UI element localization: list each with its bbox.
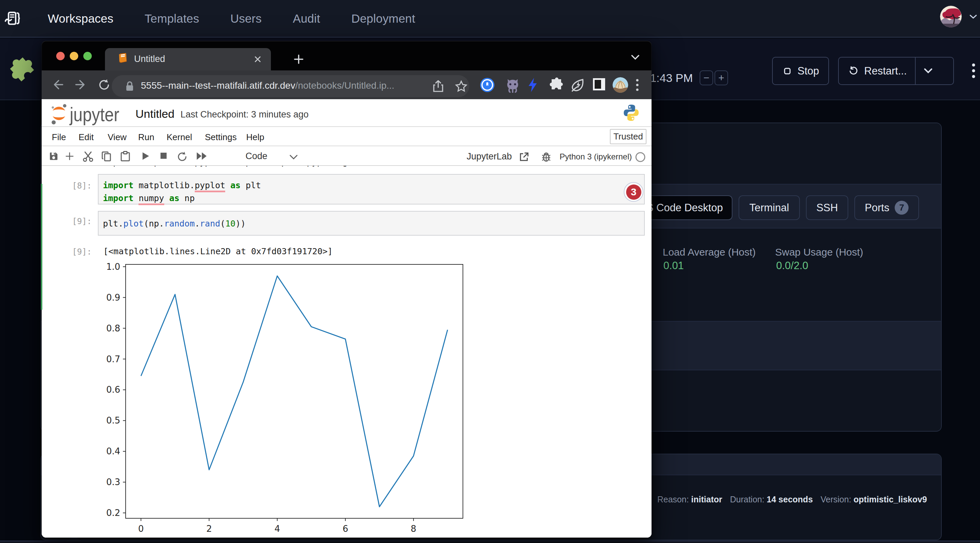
nav-item-templates[interactable]: Templates	[145, 12, 199, 25]
notebook-title[interactable]: Untitled	[135, 107, 174, 121]
jupyterlab-link[interactable]: JupyterLab	[467, 151, 512, 162]
code-token: rand	[200, 219, 220, 229]
restart-options-chevron-icon[interactable]	[923, 67, 934, 75]
ports-count-badge: 7	[895, 201, 908, 214]
extensions-puzzle-icon[interactable]	[550, 77, 564, 91]
reload-icon[interactable]	[97, 78, 111, 92]
svg-text:0.9: 0.9	[106, 292, 120, 303]
run-icon[interactable]	[140, 151, 151, 162]
clipped-code-line: import matplotlib.pyplot as plt import p…	[103, 166, 347, 168]
output-text: [<matplotlib.lines.Line2D at 0x7fd03f191…	[103, 246, 332, 256]
browser-titlebar[interactable]: Untitled	[41, 41, 652, 70]
tab-close-icon[interactable]	[253, 54, 263, 64]
cell8-code-line-2[interactable]: import numpy as np	[103, 192, 195, 205]
jupyter-logo-icon[interactable]	[51, 103, 67, 125]
paste-icon[interactable]	[119, 151, 131, 162]
copy-icon[interactable]	[101, 151, 113, 162]
notebook-scroll-area[interactable]: import matplotlib.pyplot as plt import p…	[41, 166, 652, 538]
traffic-light-zoom[interactable]	[83, 52, 92, 60]
tab-search-chevron-icon[interactable]	[630, 54, 640, 61]
url-text[interactable]: 5555--main--test--matifali.atif.cdr.dev/…	[141, 80, 395, 91]
badge-count: 3	[626, 184, 641, 200]
matplotlib-figure: 024680.20.30.40.50.60.70.80.91.0	[102, 259, 488, 538]
share-icon[interactable]	[433, 80, 444, 93]
coder-logo-icon[interactable]	[5, 11, 21, 26]
traffic-light-close[interactable]	[56, 52, 65, 60]
python-logo-icon	[623, 104, 640, 122]
puzzle-decoration-icon	[6, 54, 38, 85]
nav-item-users[interactable]: Users	[230, 12, 261, 25]
code-token: random	[164, 219, 195, 229]
load-average-value: 0.01	[663, 260, 684, 272]
user-avatar[interactable]	[940, 6, 962, 27]
restart-kernel-icon[interactable]	[177, 151, 189, 163]
code-token: as	[169, 193, 180, 203]
code-token: (	[220, 219, 225, 229]
restart-workspace-button[interactable]: Restart...	[838, 57, 954, 85]
cell-type-chevron-icon	[289, 154, 298, 160]
cell9-code-line[interactable]: plt.plot(np.random.rand(10))	[103, 218, 246, 230]
interrupt-icon[interactable]	[159, 151, 169, 161]
menu-file[interactable]: File	[52, 132, 66, 143]
ports-button[interactable]: Ports 7	[854, 195, 919, 220]
back-icon[interactable]	[51, 78, 64, 91]
avatar-chevron-down-icon[interactable]	[969, 14, 977, 20]
load-average-label: Load Average (Host)	[663, 246, 756, 258]
cell9-input[interactable]: plt.plot(np.random.rand(10))	[98, 211, 645, 236]
nav-item-deployment[interactable]: Deployment	[351, 12, 415, 25]
browser-menu-kebab-icon[interactable]	[635, 78, 640, 92]
jupyter-toolbar: Code JupyterLab Python 3 (ipykernel)	[41, 147, 652, 166]
extension-github-icon[interactable]	[505, 77, 520, 93]
bookmark-star-icon[interactable]	[455, 80, 467, 92]
browser-tab[interactable]: Untitled	[105, 48, 271, 70]
debugger-bug-icon[interactable]	[541, 151, 552, 162]
lock-icon[interactable]	[125, 81, 134, 92]
cut-icon[interactable]	[82, 151, 94, 163]
jupyter-menubar: File Edit View Run Kernel Settings Help …	[41, 128, 652, 146]
menu-help[interactable]: Help	[246, 132, 264, 143]
new-tab-icon[interactable]	[293, 54, 304, 65]
kernel-name[interactable]: Python 3 (ipykernel)	[560, 152, 632, 162]
profile-avatar[interactable]	[612, 77, 628, 93]
cell8-code-line-1[interactable]: import matplotlib.pyplot as plt	[103, 179, 261, 192]
extension-bolt-icon[interactable]	[527, 77, 539, 93]
tab-title: Untitled	[134, 54, 165, 64]
add-cell-icon[interactable]	[65, 151, 75, 161]
output-prompt: [9]:	[72, 247, 92, 257]
external-link-icon[interactable]	[519, 152, 529, 162]
swap-usage-value: 0.0/2.0	[776, 260, 808, 272]
address-bar[interactable]: 5555--main--test--matifali.atif.cdr.dev/…	[112, 75, 469, 97]
terminal-button[interactable]: Terminal	[738, 195, 800, 220]
run-all-icon[interactable]	[195, 151, 208, 162]
menu-edit[interactable]: Edit	[79, 132, 94, 143]
menu-run[interactable]: Run	[138, 132, 154, 143]
ssh-button[interactable]: SSH	[806, 195, 848, 220]
menu-settings[interactable]: Settings	[205, 132, 237, 143]
menu-kernel[interactable]: Kernel	[167, 132, 192, 143]
trusted-button[interactable]: Trusted	[610, 129, 646, 144]
svg-text:0.3: 0.3	[106, 477, 120, 487]
nav-item-workspaces[interactable]: Workspaces	[48, 12, 113, 25]
workspace-menu-kebab-icon[interactable]	[970, 63, 977, 79]
stop-workspace-button[interactable]: Stop	[772, 57, 829, 85]
stop-icon	[784, 68, 791, 75]
schedule-minus-button[interactable]: −	[700, 70, 713, 85]
svg-text:0.6: 0.6	[106, 384, 120, 395]
extension-sidebar-icon[interactable]	[592, 77, 606, 91]
code-token: pyplot	[195, 181, 225, 192]
extension-leaf-icon[interactable]	[570, 77, 586, 93]
traffic-light-minimize[interactable]	[70, 52, 78, 60]
extension-1password-icon[interactable]	[479, 77, 495, 93]
menu-view[interactable]: View	[108, 132, 127, 143]
nav-item-audit[interactable]: Audit	[293, 12, 320, 25]
profile-avatar-image	[612, 77, 628, 93]
notification-badge[interactable]: 3	[624, 182, 643, 202]
save-icon[interactable]	[49, 151, 59, 161]
cell-type-select[interactable]: Code	[245, 151, 267, 162]
schedule-plus-button[interactable]: +	[714, 70, 728, 85]
forward-icon[interactable]	[75, 78, 88, 91]
restart-button-divider	[915, 57, 916, 84]
kernel-status-icon	[635, 152, 646, 162]
minus-label: −	[703, 72, 710, 84]
cell8-input[interactable]: import matplotlib.pyplot as plt import n…	[98, 174, 645, 205]
